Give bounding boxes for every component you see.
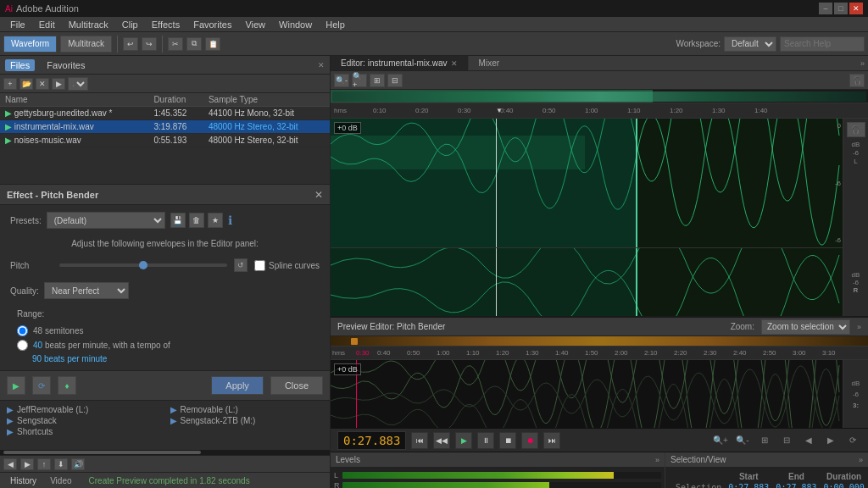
preset-favorite-btn[interactable]: ★ — [208, 213, 223, 228]
menu-help[interactable]: Help — [319, 17, 352, 32]
browser-item-removable[interactable]: ▶ Removable (L:) — [167, 404, 327, 415]
transport-skip-end[interactable]: ⏭ — [543, 432, 560, 449]
wf-zoom-out[interactable]: 🔍- — [334, 74, 349, 87]
menu-file[interactable]: File — [3, 17, 32, 32]
browser-sound-btn[interactable]: 🔊 — [71, 458, 85, 470]
workspace-select[interactable]: Default — [724, 36, 776, 52]
preview-collapse-btn[interactable]: » — [857, 323, 861, 331]
waveform-overview[interactable] — [331, 90, 868, 103]
menu-clip[interactable]: Clip — [115, 17, 145, 32]
browser-forward-btn[interactable]: ▶ — [20, 458, 34, 470]
sel-duration[interactable]: 0:00.000 — [821, 482, 868, 488]
video-tab[interactable]: Video — [47, 476, 75, 485]
transport-stop[interactable]: ⏹ — [499, 432, 516, 449]
files-open-btn[interactable]: 📂 — [19, 78, 33, 90]
pitch-reset-btn[interactable]: ↺ — [234, 258, 248, 272]
wf-zoom-in[interactable]: 🔍+ — [352, 74, 367, 87]
toolbar-cut[interactable]: ✂ — [168, 37, 183, 51]
gain-display[interactable]: +0 dB — [334, 122, 361, 134]
files-new-btn[interactable]: + — [3, 78, 17, 90]
browser-import-btn[interactable]: ⬇ — [54, 458, 68, 470]
menu-effects[interactable]: Effects — [145, 17, 186, 32]
favorites-tab[interactable]: Favorites — [42, 59, 90, 71]
zoom-out-transport[interactable]: 🔍- — [734, 432, 751, 449]
zoom-full-transport[interactable]: ⊟ — [778, 432, 795, 449]
toolbar-redo[interactable]: ↪ — [142, 37, 157, 51]
menu-window[interactable]: Window — [272, 17, 319, 32]
semitones-radio[interactable] — [17, 325, 28, 336]
preview-waveform-canvas[interactable]: +0 dB — [331, 360, 843, 428]
files-sort-select[interactable]: ↓ — [68, 77, 88, 91]
preset-select[interactable]: (Default) — [47, 212, 165, 229]
transport-skip-start[interactable]: ⏮ — [411, 432, 428, 449]
close-button[interactable]: Close — [270, 376, 323, 395]
selection-collapse[interactable]: » — [859, 456, 863, 464]
zoom-in-transport[interactable]: 🔍+ — [712, 432, 729, 449]
waveform-mode-button[interactable]: Waveform — [3, 36, 57, 53]
scroll-left[interactable]: ◀ — [800, 432, 817, 449]
menu-edit[interactable]: Edit — [32, 17, 62, 32]
wf-zoom-sel[interactable]: ⊞ — [370, 74, 385, 87]
transport-play[interactable]: ▶ — [455, 432, 472, 449]
pitch-slider[interactable] — [59, 263, 227, 267]
levels-meter: L R — [331, 468, 665, 488]
scroll-right[interactable]: ▶ — [822, 432, 839, 449]
menu-multitrack[interactable]: Multitrack — [62, 17, 115, 32]
wf-headphones[interactable]: 🎧 — [849, 74, 865, 87]
waveform-channel-left[interactable]: 0 -6 -6 +0 dB — [331, 119, 843, 248]
browser-item-sengstack[interactable]: ▶ Sengstack — [3, 415, 164, 426]
minimize-button[interactable]: – — [819, 3, 832, 14]
effect-play-btn[interactable]: ▶ — [7, 376, 25, 395]
transport-pause[interactable]: ⏸ — [477, 432, 494, 449]
toolbar-copy[interactable]: ⧉ — [186, 37, 202, 51]
browser-back-btn[interactable]: ◀ — [3, 458, 17, 470]
file-row-3[interactable]: ▶ noises-music.wav 0:55.193 48000 Hz Ste… — [0, 134, 330, 147]
editor-panel-collapse[interactable]: » — [860, 59, 865, 68]
zoom-sel-transport[interactable]: ⊞ — [756, 432, 773, 449]
menu-view[interactable]: View — [238, 17, 272, 32]
editor-tab-close[interactable]: ✕ — [451, 59, 458, 68]
sel-end[interactable]: 0:27.883 — [772, 482, 820, 488]
levels-collapse[interactable]: » — [655, 456, 659, 464]
file-row-2[interactable]: ▶ instrumental-mix.wav 3:19.876 48000 Hz… — [0, 120, 330, 134]
wf-headphone-mono[interactable]: 🎧 — [847, 122, 865, 137]
apply-button[interactable]: Apply — [211, 376, 264, 395]
transport-back[interactable]: ◀◀ — [433, 432, 450, 449]
preset-save-btn[interactable]: 💾 — [170, 213, 186, 228]
info-icon[interactable]: ℹ — [228, 214, 232, 227]
editor-tab-main[interactable]: Editor: instrumental-mix.wav ✕ — [331, 56, 469, 70]
spline-checkbox[interactable] — [254, 260, 265, 271]
bpm-radio[interactable] — [17, 340, 28, 351]
sel-start[interactable]: 0:27.883 — [725, 482, 772, 488]
preview-overview[interactable] — [331, 336, 868, 347]
files-tab[interactable]: Files — [5, 59, 35, 71]
mixer-tab[interactable]: Mixer — [469, 56, 509, 70]
files-collapse-btn[interactable]: ✕ — [318, 61, 325, 69]
browser-up-btn[interactable]: ↑ — [37, 458, 51, 470]
toolbar-paste[interactable]: 📋 — [205, 37, 220, 51]
zoom-select[interactable]: Zoom to selection — [761, 319, 850, 335]
effect-preview-btn[interactable]: ♦ — [58, 376, 76, 395]
browser-item-sengstack2tb[interactable]: ▶ Sengstack-2TB (M:) — [167, 415, 327, 426]
preview-gain-display[interactable]: +0 dB — [334, 363, 361, 375]
browser-item-jeffremovable[interactable]: ▶ JeffRemovable (L:) — [3, 404, 164, 415]
wf-zoom-all[interactable]: ⊟ — [387, 74, 403, 87]
preset-delete-btn[interactable]: 🗑 — [189, 213, 204, 228]
multitrack-mode-button[interactable]: Multitrack — [60, 36, 112, 53]
quality-select[interactable]: Near Perfect High Medium — [44, 282, 129, 299]
history-tab[interactable]: History — [7, 476, 40, 485]
effect-close-btn[interactable]: ✕ — [314, 189, 323, 201]
search-input[interactable] — [780, 36, 865, 52]
file-row-1[interactable]: ▶ gettysburg-unedited.wav * 1:45.352 441… — [0, 107, 330, 120]
menu-favorites[interactable]: Favorites — [186, 17, 238, 32]
waveform-channel-right[interactable] — [331, 248, 843, 316]
loop-btn-transport[interactable]: ⟳ — [844, 432, 861, 449]
files-close-btn[interactable]: ✕ — [36, 78, 49, 90]
transport-record[interactable]: ⏺ — [521, 432, 538, 449]
files-play-btn[interactable]: ▶ — [52, 78, 65, 90]
browser-item-shortcuts[interactable]: ▶ Shortcuts — [3, 426, 164, 437]
toolbar-undo[interactable]: ↩ — [123, 37, 138, 51]
close-button[interactable]: ✕ — [849, 3, 863, 14]
effect-loop-btn[interactable]: ⟳ — [32, 376, 51, 395]
maximize-button[interactable]: □ — [834, 3, 848, 14]
